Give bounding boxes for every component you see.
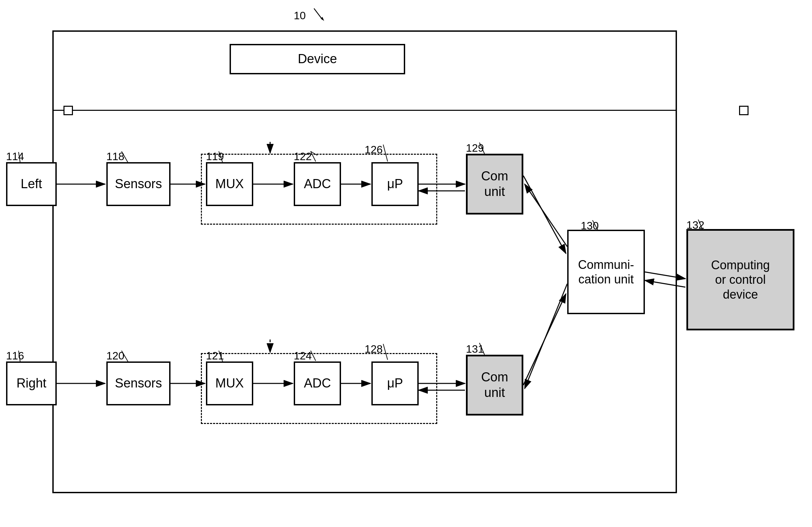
right-label: Right (16, 376, 47, 391)
ref-126: 126 (365, 144, 382, 156)
up-bot-label: μP (387, 376, 403, 391)
adc-bot-box: ADC (294, 361, 341, 405)
device-label: Device (298, 51, 337, 67)
adc-bot-label: ADC (304, 376, 331, 391)
com-bot-label: Com unit (481, 370, 508, 400)
sensors-top-label: Sensors (115, 176, 162, 192)
mux-top-box: MUX (206, 162, 253, 206)
ref-114: 114 (6, 150, 24, 163)
diagram: 10 Device Left 114 Right 116 Sensors 118… (0, 0, 812, 527)
ref-122: 122 (294, 150, 311, 163)
ref-129: 129 (466, 142, 484, 154)
mux-bot-box: MUX (206, 361, 253, 405)
com-top-box: Com unit (466, 154, 523, 214)
right-box: Right (6, 361, 57, 405)
sensors-bot-box: Sensors (106, 361, 171, 405)
ref-116: 116 (6, 350, 24, 362)
up-bot-box: μP (372, 361, 419, 405)
adc-top-box: ADC (294, 162, 341, 206)
ref-131: 131 (466, 343, 484, 355)
svg-line-0 (314, 9, 322, 19)
ref-119: 119 (206, 150, 224, 163)
ref-128: 128 (365, 343, 382, 355)
horizontal-divider (52, 110, 677, 111)
left-box: Left (6, 162, 57, 206)
mux-top-label: MUX (215, 176, 244, 192)
ref-121: 121 (206, 350, 224, 362)
sensors-top-box: Sensors (106, 162, 171, 206)
ref-10-arrow (304, 7, 331, 25)
com-top-label: Com unit (481, 169, 508, 199)
ref-120: 120 (106, 350, 124, 362)
line-square-right (739, 106, 749, 115)
ref-132: 132 (686, 219, 704, 231)
left-label: Left (20, 176, 42, 192)
ref-118: 118 (106, 150, 124, 163)
line-square-left (63, 106, 73, 115)
device-label-box: Device (230, 44, 405, 74)
comm-unit-label: Communi- cation unit (578, 257, 634, 286)
mux-bot-label: MUX (215, 376, 244, 391)
up-top-box: μP (372, 162, 419, 206)
computing-label: Computing or control device (711, 258, 770, 302)
com-bot-box: Com unit (466, 355, 523, 415)
computing-box: Computing or control device (686, 229, 795, 330)
up-top-label: μP (387, 176, 403, 192)
ref-124: 124 (294, 350, 311, 362)
adc-top-label: ADC (304, 176, 331, 192)
sensors-bot-label: Sensors (115, 376, 162, 391)
comm-unit-box: Communi- cation unit (567, 230, 645, 314)
ref-130: 130 (581, 219, 599, 232)
